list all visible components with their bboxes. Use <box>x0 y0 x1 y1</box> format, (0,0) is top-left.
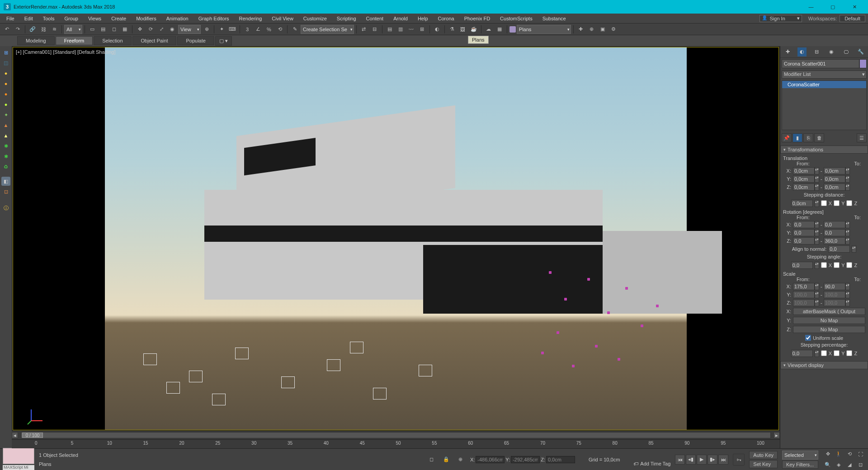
render-online-button[interactable]: ☁ <box>484 24 494 34</box>
time-thumb[interactable]: 0 / 100 <box>22 432 43 438</box>
camera-icon[interactable]: ✦ <box>1 110 10 119</box>
tr-z-from-input[interactable]: 0,0cm <box>793 183 815 191</box>
rollout-viewport-display-header[interactable]: Viewport display <box>780 361 868 369</box>
toggle-ribbon-button[interactable]: ▥ <box>396 24 406 34</box>
light4-icon[interactable]: ● <box>1 100 10 109</box>
ro-y-to-input[interactable]: 0,0 <box>824 229 845 236</box>
scale-map-z-button[interactable]: No Map <box>793 326 865 333</box>
modify-tab-icon[interactable]: ◐ <box>797 47 807 56</box>
goto-end-button[interactable]: ⏭ <box>718 455 728 465</box>
tr-z-to-input[interactable]: 0,0cm <box>824 183 845 191</box>
named-selection-dropdown[interactable]: Create Selection Se <box>301 25 354 34</box>
sc-y-from-input[interactable]: 100,0 <box>793 291 815 298</box>
maximize-button[interactable]: ▢ <box>823 1 843 12</box>
object-name-input[interactable] <box>782 59 859 68</box>
time-slider[interactable]: ◂ 0 / 100 ▸ <box>12 431 780 439</box>
tr-y-to-input[interactable]: 0,0cm <box>824 175 845 183</box>
goto-start-button[interactable]: ⏮ <box>675 455 685 465</box>
steppct-x-checkbox[interactable] <box>821 350 827 356</box>
show-end-result-button[interactable]: ▮ <box>793 133 802 142</box>
menu-customize[interactable]: Customize <box>300 15 330 22</box>
ribbon-tab-objectpaint[interactable]: Object Paint <box>132 36 177 45</box>
menu-group[interactable]: Group <box>61 15 82 22</box>
manipulate-button[interactable]: ✦ <box>217 24 226 34</box>
x-coord-input[interactable] <box>476 456 505 463</box>
align-button[interactable]: ⊟ <box>370 24 380 34</box>
display-tab-icon[interactable]: 🖵 <box>841 47 850 56</box>
hierarchy-tab-icon[interactable]: ⊟ <box>812 47 821 56</box>
steppct-y-checkbox[interactable] <box>834 350 840 356</box>
time-prev-button[interactable]: ◂ <box>12 432 18 438</box>
stepdist-x-checkbox[interactable] <box>821 200 827 206</box>
placement-button[interactable]: ◉ <box>167 24 177 34</box>
menu-grapheditors[interactable]: Graph Editors <box>195 15 233 22</box>
helper2-icon[interactable]: ▲ <box>1 131 10 140</box>
recycle-icon[interactable]: ♻ <box>1 162 10 171</box>
tr-y-from-input[interactable]: 0,0cm <box>793 175 815 183</box>
light1-icon[interactable]: ● <box>1 69 10 78</box>
modifier-list-dropdown[interactable]: Modifier List <box>782 70 867 79</box>
render-button[interactable]: ☕ <box>469 24 479 34</box>
menu-file[interactable]: File <box>3 15 18 22</box>
z-coord-input[interactable] <box>546 456 575 463</box>
create-tab-icon[interactable]: ✚ <box>783 47 792 56</box>
helper1-icon[interactable]: ▲ <box>1 121 10 130</box>
tr-x-from-input[interactable]: 0,0cm <box>793 167 815 174</box>
bind-spacewarp-button[interactable]: ≋ <box>49 24 59 34</box>
layer-select-button[interactable]: ▣ <box>598 24 608 34</box>
menu-create[interactable]: Create <box>108 15 130 22</box>
time-next-button[interactable]: ▸ <box>774 432 780 438</box>
stepdist-z-checkbox[interactable] <box>846 200 852 206</box>
ro-x-to-input[interactable]: 0,0 <box>824 221 845 228</box>
steppct-input[interactable]: 0,0 <box>791 350 813 357</box>
render-gallery-button[interactable]: ▦ <box>495 24 505 34</box>
menu-modifiers[interactable]: Modifiers <box>132 15 160 22</box>
scale-map-y-button[interactable]: No Map <box>793 317 865 324</box>
mirror-button[interactable]: ⇄ <box>359 24 369 34</box>
menu-arnold[interactable]: Arnold <box>390 15 411 22</box>
menu-content[interactable]: Content <box>363 15 387 22</box>
unlink-button[interactable]: ⛓ <box>38 24 48 34</box>
undo-button[interactable]: ↶ <box>2 24 12 34</box>
uniform-scale-checkbox[interactable] <box>805 335 811 341</box>
modifier-stack[interactable]: CoronaScatter <box>782 80 867 130</box>
sc-x-to-input[interactable]: 90,0 <box>824 283 845 290</box>
angle-snap-button[interactable]: ∠ <box>253 24 263 34</box>
scene-explorer-icon[interactable]: ⊞ <box>1 48 10 57</box>
nav-fov-button[interactable]: ◢ <box>844 460 854 470</box>
stepang-y-checkbox[interactable] <box>834 262 840 268</box>
ribbon-tab-freeform[interactable]: Freeform <box>56 36 93 45</box>
minimize-button[interactable]: — <box>801 1 821 12</box>
ribbon-tab-modeling[interactable]: Modeling <box>17 36 55 45</box>
info-icon[interactable]: ⓘ <box>1 203 10 212</box>
menu-scripting[interactable]: Scripting <box>333 15 360 22</box>
close-button[interactable]: ✕ <box>844 1 864 12</box>
key-filters-button[interactable]: Key Filters... <box>782 461 818 469</box>
stepdist-input[interactable]: 0,0cm <box>791 200 813 207</box>
sc-y-to-input[interactable]: 100,0 <box>824 291 845 298</box>
menu-animation[interactable]: Animation <box>163 15 192 22</box>
rollout-transformations-header[interactable]: Transformations <box>780 146 868 154</box>
select-by-name-button[interactable]: ▤ <box>98 24 108 34</box>
configure-sets-button[interactable]: ☰ <box>857 133 867 142</box>
add-time-tag-button[interactable]: Add Time Tag <box>640 461 670 466</box>
geom2-icon[interactable]: ✱ <box>1 152 10 161</box>
isolate-selection-button[interactable]: ◻ <box>427 455 437 465</box>
layer-add-button[interactable]: ⊕ <box>587 24 597 34</box>
selection-filter-dropdown[interactable]: All <box>64 25 82 34</box>
ribbon-tab-selection[interactable]: Selection <box>94 36 131 45</box>
nav-pan-button[interactable]: ✥ <box>823 449 833 459</box>
layer-explorer-button[interactable]: ▤ <box>385 24 395 34</box>
schematic-view-button[interactable]: ⊞ <box>417 24 427 34</box>
link-button[interactable]: 🔗 <box>28 24 38 34</box>
render-frame-button[interactable]: 🖼 <box>458 24 468 34</box>
object-color-swatch[interactable] <box>859 59 867 68</box>
redo-button[interactable]: ↷ <box>13 24 23 34</box>
menu-customscripts[interactable]: CustomScripts <box>496 15 536 22</box>
layer-props-button[interactable]: ⚙ <box>609 24 618 34</box>
prev-frame-button[interactable]: ◂▮ <box>686 455 696 465</box>
refcoord-dropdown[interactable]: View <box>178 25 201 34</box>
nav-zoom-extents-button[interactable]: ⊡ <box>855 460 865 470</box>
utilities-tab-icon[interactable]: 🔧 <box>856 47 865 56</box>
absolute-mode-button[interactable]: ⊕ <box>456 455 466 465</box>
